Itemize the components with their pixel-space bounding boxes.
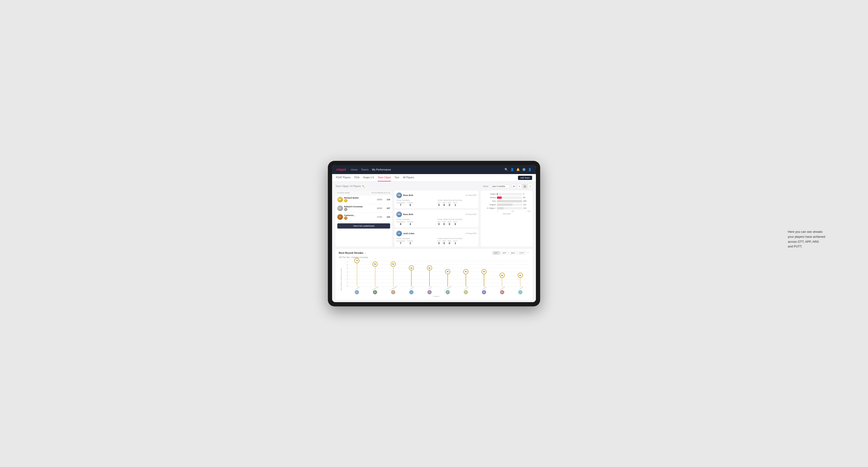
practice-group: Total Practice Activities OTT0 APP0 ARG0…: [437, 219, 476, 225]
bar-track: [497, 200, 522, 203]
pc-date: 02 Sep 2023: [466, 194, 476, 196]
streak-bubble: 6x: [372, 261, 378, 267]
settings-icon[interactable]: ⚙️: [522, 168, 526, 171]
bar-chart-footer: Total Shots: [483, 213, 530, 215]
card-view-btn[interactable]: ▤: [522, 184, 527, 189]
streak-bubble: 6x: [391, 261, 396, 267]
subnav-tour[interactable]: Tour: [395, 174, 399, 181]
table-row: EC Edward Crossman 2 18/20 107: [335, 204, 392, 213]
user-icon[interactable]: 👤: [510, 168, 514, 171]
list-view-btn[interactable]: ≡: [517, 184, 522, 189]
bar-rows: Eagles 3 Birdies 96: [483, 193, 530, 210]
bar-row-dbogeys: D. Bogeys + 131: [483, 207, 530, 210]
player-x-label: M. Miller: [482, 286, 487, 290]
arg-val: ARG 0: [448, 202, 451, 206]
team-header: Team Clippd 14 Players ✏️ Show Last 3 mo…: [335, 184, 533, 189]
avatar: JC: [396, 231, 402, 236]
team-name: Team Clippd: [335, 185, 349, 187]
player-dot: R: [500, 290, 504, 294]
subnav-pgat[interactable]: PGAT Players: [336, 174, 350, 181]
nav-home[interactable]: Home: [351, 168, 358, 171]
edit-icon[interactable]: ✏️: [362, 185, 365, 187]
nav-teams[interactable]: Teams: [361, 168, 369, 171]
app-button[interactable]: APP: [501, 251, 508, 255]
player-col-wrapper: R. ButlerR: [493, 288, 511, 294]
bar-track: [497, 196, 522, 199]
player-name: Cameron...: [344, 214, 355, 217]
main-content: Team Clippd 14 Players ✏️ Show Last 3 mo…: [332, 182, 536, 302]
sub-nav: PGAT Players PGA Hcaps 1-5 Team Clippd T…: [332, 174, 536, 182]
grid-view-btn[interactable]: ⊞: [512, 184, 516, 189]
view-leaderboard-button[interactable]: View Full Leaderboard: [337, 223, 390, 228]
bar-row-birdies: Birdies 96: [483, 196, 530, 199]
streaks-title-area: Best Round Streaks ←: [339, 251, 367, 254]
streaks-subtitle: Off The Tee, Fairway Accuracy: [339, 256, 529, 258]
pc-header: RB Rees Britt 02 Sep 2023: [396, 212, 476, 217]
streaks-title: Best Round Streaks: [339, 251, 364, 254]
rounds-group: Total Rounds Tournament 7 Practice 2: [396, 238, 435, 245]
putt-button[interactable]: PUTT: [518, 251, 526, 255]
player-card-rees: RB Rees Britt 02 Sep 2023 Total Rounds T…: [394, 210, 478, 227]
rounds-vals: Tournament 7 Practice 6: [396, 202, 435, 206]
player-dot: M: [482, 290, 486, 294]
bar-fill: [497, 193, 497, 195]
pc-name: Rees Britt: [403, 194, 413, 196]
player-col-wrapper: M. MillerM: [475, 288, 493, 294]
subnav-team-clippd[interactable]: Team Clippd: [378, 174, 391, 181]
streak-bubble: 4x: [463, 269, 468, 274]
col-player-name: PLAYER NAME: [337, 192, 372, 194]
bell-icon[interactable]: 🔔: [516, 168, 520, 171]
lb-header: PLAYER NAME PB SCORE PB AVG SQ: [335, 191, 392, 195]
avatar: EC: [337, 206, 343, 211]
player-info-1: RB Richard Butler 1: [337, 197, 375, 203]
streaks-buttons: OTT APP ARG PUTT ←: [493, 251, 529, 255]
bar-row-bogeys: Bogeys 311: [483, 204, 530, 206]
player-cards-section: RB Rees Britt 02 Sep 2023 Total Rounds T…: [394, 191, 478, 247]
pc-header: JC Josh Coles 26 Aug 2023: [396, 231, 476, 236]
player-x-label: E. Ebert: [355, 286, 360, 290]
arrow-annotation-right: ←: [527, 251, 529, 255]
rounds-vals: Tournament 8 Practice 4: [396, 221, 435, 225]
pc-rounds-row: Total Rounds Tournament 8 Practice 4: [396, 219, 476, 225]
x-axis-label: Players: [343, 295, 529, 298]
add-team-button[interactable]: Add Team: [518, 176, 532, 180]
streak-bubble: 4x: [445, 269, 450, 274]
arg-button[interactable]: ARG: [509, 251, 517, 255]
chart-col: 7x: [348, 261, 366, 286]
ott-val: OTT 0: [437, 202, 441, 206]
period-select[interactable]: Last 3 months: [490, 184, 510, 188]
practice-rounds: Practice 6: [407, 202, 413, 206]
bar-track: [497, 193, 522, 195]
practice-rounds: Practice 4: [407, 221, 413, 225]
nav-bar: clippd Home Teams My Performance 🔍 👤 🔔 ⚙…: [332, 165, 536, 174]
avatar-icon[interactable]: 👤: [528, 168, 532, 171]
y-axis-title: Best Streak, Fairway Accuracy: [340, 268, 342, 290]
leaderboard-card: PLAYER NAME PB SCORE PB AVG SQ RB Richar…: [335, 191, 392, 247]
ott-button[interactable]: OTT: [493, 251, 500, 255]
pc-rounds-row: Total Rounds Tournament 7 Practice 6: [396, 199, 476, 206]
player-col-wrapper: J. ColesJ: [402, 288, 420, 294]
nav-my-performance[interactable]: My Performance: [372, 168, 391, 171]
player-col-wrapper: D. BillinghamD: [384, 288, 402, 294]
table-view-btn[interactable]: ⬡: [528, 184, 533, 189]
bar-fill: [497, 204, 513, 206]
subnav-pga[interactable]: PGA: [354, 174, 359, 181]
chart-wrapper: Best Streak, Fairway Accuracy 7 6 5 4 3: [339, 261, 529, 298]
pc-name: Rees Britt: [403, 213, 413, 216]
streak-line: [411, 268, 412, 286]
col-pb-avg: PB AVG SQ: [381, 192, 390, 194]
player-avg: 110: [383, 198, 390, 201]
pc-header: RB Rees Britt 02 Sep 2023: [396, 192, 476, 198]
pc-date: 26 Aug 2023: [466, 232, 476, 235]
subnav-all-players[interactable]: All Players: [403, 174, 414, 181]
bar-fill: [497, 200, 522, 203]
player-x-label: R. Britt: [428, 286, 432, 290]
search-icon[interactable]: 🔍: [504, 168, 508, 171]
avatar: RB: [396, 192, 402, 198]
bar-row-pars: Pars 499: [483, 200, 530, 203]
subnav-hcaps[interactable]: Hcaps 1-5: [363, 174, 374, 181]
player-info-2: EC Edward Crossman 2: [337, 206, 375, 211]
player-col-wrapper: D. FordD: [457, 288, 475, 294]
avatar: C: [337, 214, 343, 220]
chart-area: 7 6 5 4 3 2 1 0: [343, 261, 529, 287]
